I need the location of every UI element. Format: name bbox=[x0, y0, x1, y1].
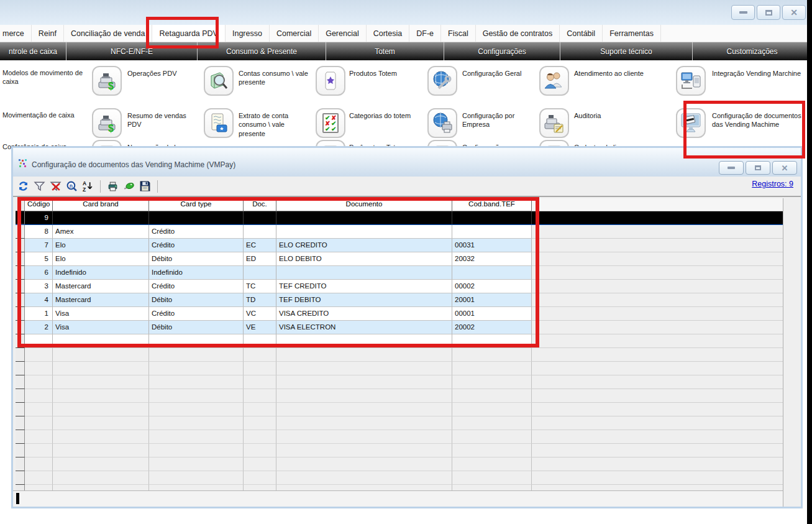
empty-row[interactable] bbox=[16, 416, 783, 430]
row-selector-cell[interactable] bbox=[16, 389, 25, 403]
table-row[interactable]: 3MastercardCréditoTCTEF CREDITO00002 bbox=[16, 280, 783, 293]
table-row[interactable]: 8AmexCrédito bbox=[16, 225, 783, 239]
column-header[interactable]: Cod.band.TEF bbox=[452, 198, 532, 211]
row-selector-cell[interactable] bbox=[16, 211, 25, 224]
row-selector-cell[interactable] bbox=[16, 252, 25, 266]
tab-ingresso[interactable]: Ingresso bbox=[226, 25, 270, 42]
row-selector-cell[interactable] bbox=[16, 334, 25, 348]
computers-icon[interactable] bbox=[676, 66, 706, 96]
menu-item-configura-o-de-documentos-das-vending-ma[interactable]: Configuração de documentos das Vending M… bbox=[712, 111, 806, 129]
people-icon[interactable] bbox=[539, 66, 569, 96]
table-row[interactable]: 4MastercardDébitoTDTEF DEBITO20001 bbox=[16, 293, 783, 307]
ribbon-section-nfc-e-nf-e[interactable]: NFC-E/NF-E bbox=[66, 42, 198, 60]
row-selector-cell[interactable] bbox=[16, 239, 25, 252]
note-card-icon[interactable] bbox=[204, 108, 234, 138]
menu-item-configura-o-geral[interactable]: Configuração Geral bbox=[462, 69, 532, 78]
tab-concilia-o-de-venda[interactable]: Conciliação de venda bbox=[64, 25, 153, 42]
tab-reinf[interactable]: Reinf bbox=[32, 25, 64, 42]
row-selector-cell[interactable] bbox=[16, 280, 25, 293]
tab-ferramentas[interactable]: Ferramentas bbox=[603, 25, 661, 42]
row-selector-cell[interactable] bbox=[16, 266, 25, 280]
dialog-titlebar[interactable]: Configuração de documentos das Vending M… bbox=[13, 148, 801, 177]
menu-item-extrato-de-conta-consumo-vale-presente[interactable]: Extrato de conta consumo \ vale presente bbox=[239, 111, 308, 138]
tab-merce[interactable]: merce bbox=[0, 25, 32, 42]
table-row[interactable]: 7EloCréditoECELO CREDITO00031 bbox=[16, 239, 783, 252]
tab-gest-o-de-contratos[interactable]: Gestão de contratos bbox=[476, 25, 560, 42]
minimize-button[interactable] bbox=[731, 5, 755, 20]
maximize-button[interactable] bbox=[757, 5, 780, 20]
menu-item-atendimento-ao-cliente[interactable]: Atendimento ao cliente bbox=[574, 69, 644, 78]
empty-row[interactable] bbox=[16, 389, 783, 403]
tab-gerencial[interactable]: Gerencial bbox=[319, 25, 367, 42]
row-selector-cell[interactable] bbox=[16, 348, 25, 362]
menu-item-resumo-de-vendas-pdv[interactable]: Resumo de vendas PDV bbox=[127, 111, 199, 129]
tab-cortesia[interactable]: Cortesia bbox=[367, 25, 410, 42]
ribbon-section-consumo-presente[interactable]: Consumo & Presente bbox=[198, 42, 326, 60]
row-selector-cell[interactable] bbox=[16, 225, 25, 239]
refresh-icon[interactable] bbox=[17, 180, 29, 192]
row-selector-cell[interactable] bbox=[16, 362, 25, 375]
row-selector-cell[interactable] bbox=[16, 198, 25, 211]
column-header[interactable]: Doc. bbox=[244, 198, 276, 211]
clear-filter-icon[interactable] bbox=[50, 180, 62, 192]
row-selector-cell[interactable] bbox=[16, 375, 25, 389]
tab-df-e[interactable]: DF-e bbox=[409, 25, 441, 42]
row-selector-cell[interactable] bbox=[16, 403, 25, 416]
ribbon-section-customiza-es[interactable]: Customizações bbox=[693, 42, 812, 60]
menu-item-categorias-do-totem[interactable]: Categorias do totem bbox=[349, 111, 422, 120]
menu-item-configura-o-por-empresa[interactable]: Configuração por Empresa bbox=[462, 111, 532, 129]
totem-box-icon[interactable] bbox=[316, 66, 345, 96]
table-row[interactable]: 9 bbox=[16, 211, 783, 226]
dialog-close-button[interactable]: ✕ bbox=[772, 161, 797, 175]
column-header[interactable]: Card brand bbox=[53, 198, 149, 211]
close-button[interactable]: ✕ bbox=[782, 5, 806, 20]
table-row[interactable]: 1VisaCréditoVCVISA CREDITO00001 bbox=[16, 307, 783, 321]
empty-row[interactable] bbox=[16, 471, 783, 485]
column-header[interactable]: Documento bbox=[276, 198, 452, 211]
row-selector-cell[interactable] bbox=[16, 416, 25, 430]
printer-icon[interactable] bbox=[107, 180, 119, 192]
records-count-link[interactable]: Registros: 9 bbox=[752, 180, 793, 188]
empty-row[interactable] bbox=[16, 362, 783, 375]
checklist-icon[interactable]: ✔✘✘✔✔✔ bbox=[316, 108, 345, 138]
ribbon-section-configura-es[interactable]: Configurações bbox=[444, 42, 560, 60]
ribbon-section-totem[interactable]: Totem bbox=[326, 42, 444, 60]
column-header[interactable]: Card type bbox=[149, 198, 244, 211]
table-row[interactable]: 5EloDébitoEDELO DEBITO20032 bbox=[16, 252, 783, 266]
empty-row[interactable] bbox=[16, 348, 783, 362]
menu-item-auditoria[interactable]: Auditoria bbox=[574, 111, 644, 120]
sort-az-icon[interactable]: AZ bbox=[82, 180, 94, 192]
table-row[interactable]: 6IndefinidoIndefinido bbox=[16, 266, 783, 280]
ribbon-section-suporte-t-cnico[interactable]: Suporte técnico bbox=[560, 42, 693, 60]
ribbon-section-ntrole-de-caixa[interactable]: ntrole de caixa bbox=[0, 42, 66, 60]
empty-row[interactable] bbox=[16, 375, 783, 389]
menu-item-movimenta-o-de-caixa[interactable]: Movimentação de caixa bbox=[2, 111, 88, 119]
tab-cont-bil[interactable]: Contábil bbox=[560, 25, 603, 42]
menu-item-produtos-totem[interactable]: Produtos Totem bbox=[349, 69, 422, 78]
export-icon[interactable] bbox=[123, 180, 135, 192]
dialog-maximize-button[interactable] bbox=[746, 161, 770, 175]
audit-register-icon[interactable] bbox=[539, 108, 569, 138]
find-icon[interactable]: n bbox=[66, 180, 78, 192]
cash-register-icon[interactable]: $ bbox=[92, 108, 122, 138]
menu-item-integra-o-vending-marchine[interactable]: Integração Vending Marchine bbox=[712, 69, 806, 78]
row-selector-cell[interactable] bbox=[16, 307, 25, 321]
table-row[interactable] bbox=[16, 334, 783, 348]
row-selector-cell[interactable] bbox=[16, 444, 25, 457]
menu-item-opera-es-pdv[interactable]: Operações PDV bbox=[127, 69, 199, 78]
box-magnifier-icon[interactable] bbox=[204, 66, 234, 96]
tab-retaguarda-pdv[interactable]: Retaguarda PDV bbox=[152, 25, 226, 42]
empty-row[interactable] bbox=[16, 457, 783, 471]
menu-item-contas-consumo-vale-presente[interactable]: Contas consumo \ vale presente bbox=[239, 69, 308, 87]
tab-comercial[interactable]: Comercial bbox=[270, 25, 319, 42]
dialog-minimize-button[interactable] bbox=[719, 161, 744, 175]
row-selector-cell[interactable] bbox=[16, 293, 25, 307]
tab-fiscal[interactable]: Fiscal bbox=[441, 25, 476, 42]
menu-item-modelos-de-movimento-de-caixa[interactable]: Modelos de movimento de caixa bbox=[2, 68, 88, 86]
table-row[interactable]: 2VisaDébitoVEVISA ELECTRON20002 bbox=[16, 321, 783, 334]
globe-printer-icon[interactable] bbox=[427, 108, 457, 138]
row-selector-cell[interactable] bbox=[16, 321, 25, 334]
filter-icon[interactable] bbox=[34, 180, 45, 192]
row-selector-cell[interactable] bbox=[16, 457, 25, 471]
save-icon[interactable] bbox=[139, 180, 151, 192]
